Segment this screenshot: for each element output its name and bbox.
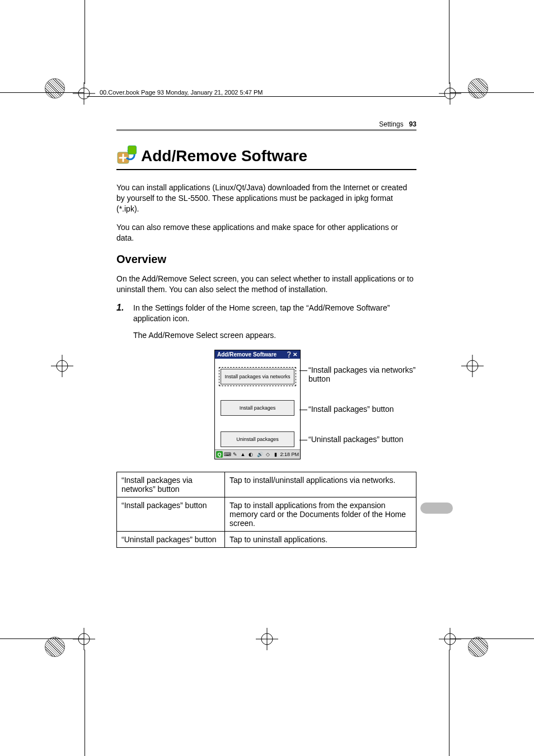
page-title: Add/Remove Software (141, 147, 307, 165)
registration-mark-icon (73, 82, 95, 105)
button-label: Install packages (240, 405, 276, 411)
svg-point-0 (78, 88, 90, 99)
card-icon: ◇ (264, 451, 271, 458)
step-1: 1. In the Settings folder of the Home sc… (116, 303, 416, 324)
screenshot-title: Add/Remove Software (217, 351, 277, 358)
registration-mark-icon (73, 628, 95, 650)
registration-mark-icon (256, 628, 278, 650)
button-description-table: “Install packages via networks” button T… (116, 472, 416, 548)
table-cell-desc: Tap to uninstall applications. (225, 532, 416, 548)
up-icon: ▲ (240, 451, 246, 458)
crop-ornament-icon (468, 637, 488, 657)
overview-paragraph: On the Add/Remove Select screen, you can… (116, 274, 416, 295)
svg-point-15 (467, 360, 478, 372)
running-head: 00.Cover.book Page 93 Monday, January 21… (100, 89, 263, 96)
crop-mark (0, 92, 84, 93)
callout-install-via-networks: “Install packages via networks” button (308, 365, 416, 383)
step-number: 1. (116, 303, 129, 324)
crop-mark (449, 650, 449, 756)
callout-install-packages: “Install packages” button (308, 405, 416, 414)
callout-uninstall-packages: “Uninstall packages” button (308, 435, 416, 444)
registration-mark-icon (51, 355, 73, 377)
battery-icon: ▮ (272, 451, 279, 458)
table-row: “Install packages via networks” button T… (117, 472, 416, 497)
overview-heading: Overview (116, 253, 416, 266)
crop-mark (0, 638, 84, 639)
table-cell-label: “Install packages via networks” button (117, 472, 225, 497)
install-via-networks-button[interactable]: Install packages via networks (221, 369, 294, 384)
crop-mark (85, 650, 85, 756)
uninstall-packages-button[interactable]: Uninstall packages (221, 431, 294, 447)
help-icon: ❔ (285, 351, 293, 358)
crop-ornament-icon (45, 78, 65, 98)
registration-mark-icon (439, 82, 461, 105)
table-cell-desc: Tap to install/uninstall applications vi… (225, 472, 416, 497)
table-row: “Install packages” button Tap to install… (117, 497, 416, 532)
taskbar-clock: 2:18 PM (280, 452, 299, 457)
table-cell-label: “Uninstall packages” button (117, 532, 225, 548)
device-screenshot: Add/Remove Software ❔✕ Install packages … (214, 350, 301, 459)
table-cell-label: “Install packages” button (117, 497, 225, 532)
table-cell-desc: Tap to install applications from the exp… (225, 497, 416, 532)
registration-mark-icon (461, 355, 484, 377)
titlebar-icons: ❔✕ (285, 351, 298, 358)
running-app-icon: ◐ (247, 451, 254, 458)
intro-paragraph-1: You can install applications (Linux/Qt/J… (116, 182, 416, 214)
button-label: Install packages via networks (224, 374, 290, 379)
svg-point-3 (444, 88, 456, 99)
svg-point-6 (78, 633, 90, 645)
taskbar: Q ⌨ ✎ ▲ ◐ 🔊 ◇ ▮ 2:18 PM (215, 449, 300, 459)
page-thumb-tab (420, 503, 453, 514)
crop-ornament-icon (45, 637, 65, 657)
crop-mark (85, 0, 85, 84)
svg-point-12 (57, 360, 68, 372)
crop-mark (450, 638, 534, 639)
home-icon: Q (216, 451, 223, 458)
page-number: 93 (409, 120, 416, 128)
install-packages-button[interactable]: Install packages (221, 400, 294, 416)
crop-mark (450, 92, 534, 93)
step-text: In the Settings folder of the Home scree… (133, 303, 416, 324)
volume-icon: 🔊 (256, 451, 263, 458)
table-row: “Uninstall packages” button Tap to unins… (117, 532, 416, 548)
step-result: The Add/Remove Select screen appears. (133, 331, 416, 340)
header-rule (116, 129, 416, 131)
crop-mark (449, 0, 449, 84)
close-icon: ✕ (293, 351, 298, 358)
pen-icon: ✎ (232, 451, 238, 458)
button-label: Uninstall packages (236, 436, 279, 442)
intro-paragraph-2: You can also remove these applications a… (116, 222, 416, 243)
svg-point-9 (444, 633, 456, 645)
registration-mark-icon (439, 628, 461, 650)
section-name: Settings (379, 120, 403, 128)
page-header: Settings 93 (116, 120, 416, 128)
keyboard-icon: ⌨ (224, 451, 231, 458)
head-rule (87, 96, 445, 97)
crop-ornament-icon (468, 78, 488, 98)
add-remove-software-icon (116, 147, 135, 166)
svg-point-18 (261, 633, 273, 645)
